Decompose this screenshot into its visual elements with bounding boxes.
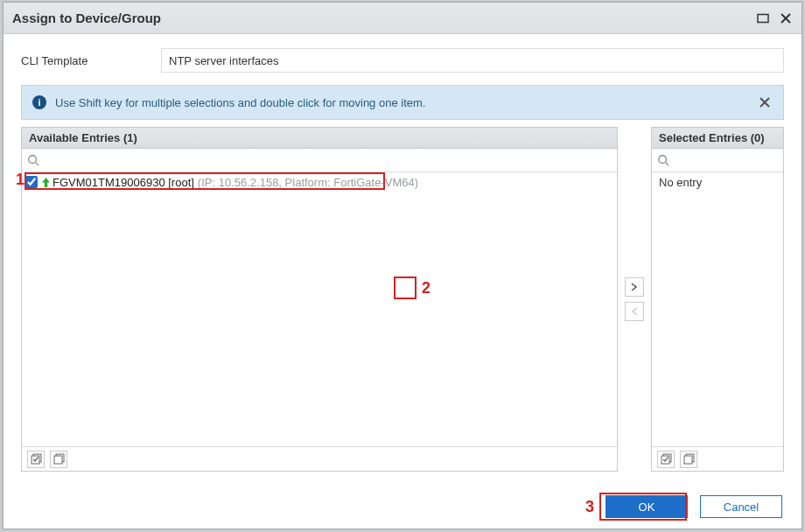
assign-dialog: Assign to Device/Group CLI Template i Us… (3, 2, 802, 529)
dialog-title: Assign to Device/Group (12, 10, 747, 25)
available-panel: Available Entries (1) FGVM01TM19006930 [… (21, 127, 618, 472)
svg-rect-16 (684, 456, 692, 464)
search-icon (657, 154, 669, 166)
svg-point-5 (29, 156, 37, 164)
selected-panel: Selected Entries (0) No entry (651, 127, 784, 472)
cancel-button[interactable]: Cancel (700, 495, 782, 518)
move-left-button[interactable] (625, 302, 644, 321)
annotation-3: 3 (585, 498, 594, 516)
select-all-button[interactable] (27, 451, 45, 468)
entry-name: FGVM01TM19006930 [root] (52, 176, 194, 189)
search-icon (27, 154, 39, 166)
dialog-titlebar: Assign to Device/Group (4, 3, 802, 34)
selected-header: Selected Entries (0) (652, 128, 783, 149)
maximize-icon[interactable] (756, 11, 770, 25)
available-footer (22, 446, 617, 471)
available-search-input[interactable] (22, 149, 617, 172)
available-body[interactable]: FGVM01TM19006930 [root] (IP: 10.56.2.158… (22, 172, 617, 446)
info-banner: i Use Shift key for multiple selections … (21, 85, 784, 120)
deselect-all-button[interactable] (680, 451, 697, 468)
cli-template-label: CLI Template (21, 54, 161, 67)
transfer-column (618, 127, 651, 472)
dialog-content: CLI Template i Use Shift key for multipl… (4, 34, 802, 472)
no-entry-text: No entry (652, 172, 783, 192)
entry-meta: (IP: 10.56.2.158, Platform: FortiGate-VM… (198, 176, 418, 189)
cli-template-row: CLI Template (21, 45, 784, 76)
close-icon[interactable] (779, 11, 793, 25)
svg-point-11 (659, 156, 667, 164)
available-header: Available Entries (1) (22, 128, 617, 149)
info-close-icon[interactable] (759, 96, 771, 108)
selected-search-wrap (652, 149, 783, 172)
svg-line-12 (666, 163, 669, 166)
info-icon: i (32, 95, 46, 109)
selected-footer (652, 446, 783, 471)
svg-rect-0 (758, 14, 768, 22)
dual-list: Available Entries (1) FGVM01TM19006930 [… (21, 127, 784, 472)
svg-rect-10 (54, 456, 62, 464)
selected-body[interactable]: No entry (652, 172, 783, 446)
entry-checkbox[interactable] (25, 176, 38, 188)
selected-search-input[interactable] (652, 149, 783, 172)
cli-template-input[interactable] (161, 48, 784, 73)
available-entry[interactable]: FGVM01TM19006930 [root] (IP: 10.56.2.158… (22, 172, 617, 192)
deselect-all-button[interactable] (50, 451, 67, 468)
available-search-wrap (22, 149, 617, 172)
info-text: Use Shift key for multiple selections an… (55, 96, 425, 109)
button-bar: OK Cancel (606, 495, 782, 518)
ok-button[interactable]: OK (606, 495, 688, 518)
select-all-button[interactable] (657, 451, 675, 468)
move-right-button[interactable] (625, 277, 644, 297)
status-up-icon (41, 178, 51, 187)
svg-line-6 (36, 163, 39, 166)
